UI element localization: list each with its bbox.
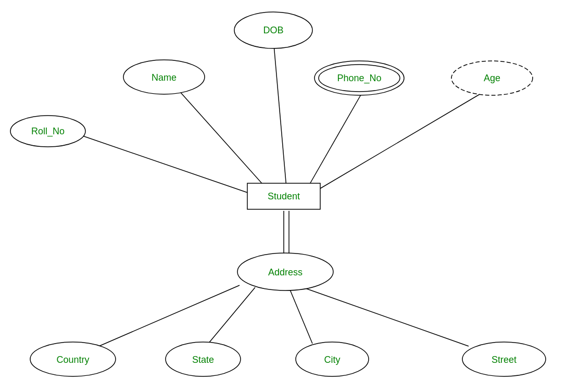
- name-label: Name: [152, 72, 177, 83]
- city-label: City: [324, 355, 341, 365]
- line-address-street: [297, 285, 469, 346]
- age-label: Age: [484, 73, 500, 83]
- line-student-rollno: [78, 134, 255, 195]
- line-address-country: [99, 285, 240, 346]
- line-address-city: [289, 287, 312, 344]
- street-label: Street: [492, 355, 517, 365]
- line-student-phone: [307, 88, 364, 188]
- country-label: Country: [56, 355, 89, 365]
- line-student-dob: [273, 39, 286, 187]
- dob-label: DOB: [263, 25, 283, 35]
- phone-label: Phone_No: [337, 73, 381, 84]
- line-student-age: [318, 88, 489, 190]
- state-label: State: [192, 355, 214, 365]
- rollno-label: Roll_No: [31, 126, 65, 137]
- student-label: Student: [268, 191, 300, 201]
- address-label: Address: [268, 267, 303, 277]
